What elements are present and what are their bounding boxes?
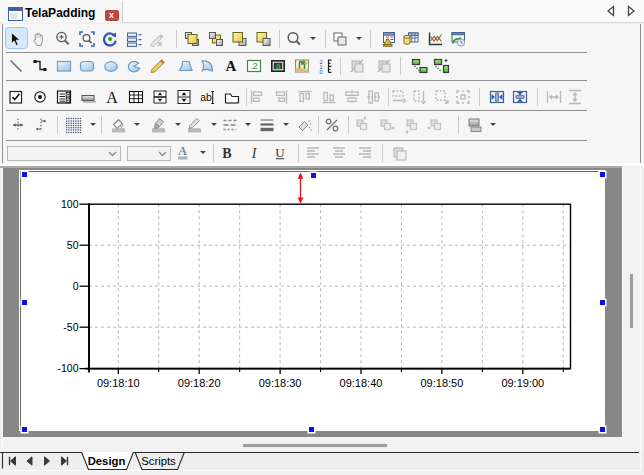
svg-text:Design: Design <box>88 455 126 467</box>
svg-text:09:19:00: 09:19:00 <box>501 377 544 389</box>
svg-text:50: 50 <box>67 239 79 251</box>
svg-text:09:18:40: 09:18:40 <box>340 377 383 389</box>
svg-text:09:18:10: 09:18:10 <box>97 377 140 389</box>
svg-text:100: 100 <box>61 198 79 210</box>
svg-text:09:18:20: 09:18:20 <box>178 377 221 389</box>
svg-text:09:18:30: 09:18:30 <box>259 377 302 389</box>
svg-text:0: 0 <box>73 280 79 292</box>
svg-text:-100: -100 <box>57 362 78 374</box>
svg-text:Scripts: Scripts <box>141 455 176 467</box>
svg-text:09:18:50: 09:18:50 <box>420 377 463 389</box>
svg-text:-50: -50 <box>63 321 78 333</box>
